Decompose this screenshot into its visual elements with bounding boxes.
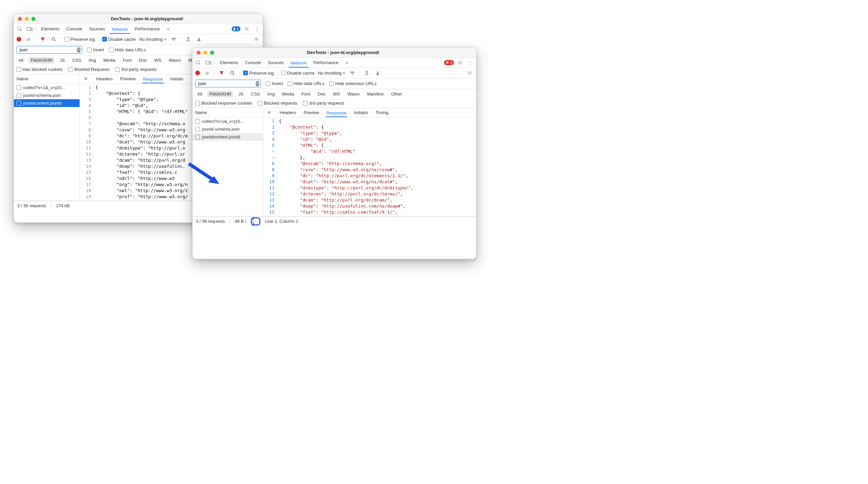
device-toggle-icon[interactable] — [205, 59, 212, 66]
device-toggle-icon[interactable] — [26, 25, 33, 33]
tab-sources[interactable]: Sources — [266, 58, 286, 67]
type-all[interactable]: All — [17, 57, 25, 63]
type-css[interactable]: CSS — [249, 91, 262, 97]
type-js[interactable]: JS — [58, 57, 67, 63]
tab-elements[interactable]: Elements — [218, 58, 240, 67]
tab-response[interactable]: Response — [142, 75, 164, 83]
download-icon[interactable] — [195, 35, 203, 43]
tab-timing[interactable]: Timing — [375, 108, 389, 117]
type-js[interactable]: JS — [236, 91, 245, 97]
tab-performance[interactable]: Performance — [311, 58, 340, 67]
tab-elements[interactable]: Elements — [39, 24, 61, 33]
upload-icon[interactable] — [184, 35, 192, 43]
request-row[interactable]: jsonld-schema.json — [14, 91, 80, 99]
invert-checkbox[interactable]: Invert — [266, 81, 283, 86]
inspect-icon[interactable] — [195, 59, 202, 66]
minimize-icon[interactable] — [25, 17, 29, 21]
errors-badge[interactable]: ✖ 3 — [444, 60, 454, 65]
tab-preview[interactable]: Preview — [303, 108, 320, 117]
invert-checkbox[interactable]: Invert — [87, 47, 104, 52]
filter-field[interactable] — [19, 47, 77, 53]
type-other[interactable]: Other — [389, 91, 404, 97]
filter-icon[interactable] — [218, 69, 225, 77]
tab-console[interactable]: Console — [64, 24, 84, 33]
type-doc[interactable]: Doc — [137, 57, 149, 63]
type-wasm[interactable]: Wasm — [345, 91, 361, 97]
filter-input[interactable]: ✕ — [195, 80, 261, 87]
preserve-log-checkbox[interactable]: Preserve log — [243, 71, 274, 76]
tab-sources[interactable]: Sources — [87, 24, 107, 33]
throttling-select[interactable]: No throttling ▾ — [318, 71, 345, 76]
type-media[interactable]: Media — [280, 91, 296, 97]
maximize-icon[interactable] — [210, 51, 214, 55]
name-column-header[interactable]: Name — [193, 108, 263, 117]
close-icon[interactable] — [18, 17, 22, 21]
third-party-checkbox[interactable]: 3rd-party requests — [303, 101, 345, 106]
hide-extension-urls-checkbox[interactable]: Hide extension URLs — [329, 81, 376, 86]
record-icon[interactable] — [17, 37, 21, 42]
filter-field[interactable] — [198, 81, 256, 86]
type-fetch-xhr[interactable]: Fetch/XHR — [29, 57, 54, 63]
network-settings-icon[interactable] — [466, 69, 473, 77]
request-row[interactable]: jsonldcontext.jsonld — [193, 133, 263, 141]
third-party-checkbox[interactable]: 3rd-party requests — [115, 67, 157, 72]
close-icon[interactable] — [197, 51, 201, 55]
download-icon[interactable] — [374, 69, 381, 77]
disable-cache-checkbox[interactable]: Disable cache — [281, 71, 315, 76]
type-font[interactable]: Font — [299, 91, 312, 97]
tab-network[interactable]: Network — [289, 58, 309, 68]
type-font[interactable]: Font — [121, 57, 134, 63]
type-media[interactable]: Media — [102, 57, 117, 63]
record-icon[interactable] — [195, 71, 200, 75]
clear-icon[interactable]: ⊘ — [25, 35, 32, 43]
maximize-icon[interactable] — [31, 17, 35, 21]
name-column-header[interactable]: Name — [14, 74, 80, 84]
blocked-cookies-checkbox[interactable]: Blocked response cookies — [195, 101, 252, 106]
preserve-log-checkbox[interactable]: Preserve log — [64, 37, 95, 42]
filter-input[interactable]: ✕ — [17, 46, 82, 54]
issues-badge[interactable]: ▮ 1 — [232, 26, 240, 31]
tab-preview[interactable]: Preview — [119, 75, 136, 83]
pretty-print-button[interactable]: { } — [251, 217, 260, 225]
tab-performance[interactable]: Performance — [133, 24, 162, 33]
response-body[interactable]: 12345––689101112131415 { "@context": { "… — [263, 117, 476, 216]
tab-console[interactable]: Console — [243, 58, 263, 67]
minimize-icon[interactable] — [203, 51, 207, 55]
type-css[interactable]: CSS — [70, 57, 83, 63]
kebab-icon[interactable]: ⋮ — [467, 59, 474, 66]
hide-data-urls-checkbox[interactable]: Hide data URLs — [109, 47, 146, 52]
filter-icon[interactable] — [39, 35, 47, 43]
type-all[interactable]: All — [195, 91, 204, 97]
type-fetch-xhr[interactable]: Fetch/XHR — [207, 91, 233, 97]
type-ws[interactable]: WS — [331, 91, 342, 97]
hide-data-urls-checkbox[interactable]: Hide data URLs — [288, 81, 325, 86]
wifi-icon[interactable] — [349, 69, 356, 77]
request-row-selected[interactable]: jsonldcontext.jsonld — [14, 99, 80, 107]
blocked-requests-checkbox[interactable]: Blocked Requests — [68, 67, 110, 72]
type-doc[interactable]: Doc — [316, 91, 327, 97]
tab-headers[interactable]: Headers — [95, 75, 113, 83]
upload-icon[interactable] — [363, 69, 371, 77]
tab-response[interactable]: Response — [326, 109, 347, 117]
type-manifest[interactable]: Manifest — [365, 91, 385, 97]
disable-cache-checkbox[interactable]: Disable cache — [102, 37, 136, 42]
blocked-cookies-checkbox[interactable]: Has blocked cookies — [17, 67, 63, 72]
inspect-icon[interactable] — [16, 25, 23, 33]
request-row[interactable]: jsonld-schema.json — [193, 125, 263, 133]
network-settings-icon[interactable] — [253, 35, 260, 43]
wifi-icon[interactable] — [170, 35, 177, 43]
more-tabs-icon[interactable]: » — [343, 59, 351, 66]
kebab-icon[interactable]: ⋮ — [253, 25, 261, 33]
type-ws[interactable]: WS — [152, 57, 163, 63]
tab-initiator[interactable]: Initiato — [170, 75, 184, 83]
request-row[interactable]: collect?v=1&_v=j10... — [14, 84, 80, 91]
tab-headers[interactable]: Headers — [279, 108, 297, 117]
close-detail-icon[interactable]: ✕ — [265, 109, 273, 116]
settings-icon[interactable] — [243, 25, 251, 33]
throttling-select[interactable]: No throttling ▾ — [139, 37, 167, 42]
request-row[interactable]: collect?v=1&_v=j10... — [193, 117, 263, 125]
search-icon[interactable] — [229, 69, 236, 77]
type-wasm[interactable]: Wasm — [167, 57, 183, 63]
settings-icon[interactable] — [457, 59, 464, 66]
clear-filter-icon[interactable]: ✕ — [256, 81, 259, 86]
